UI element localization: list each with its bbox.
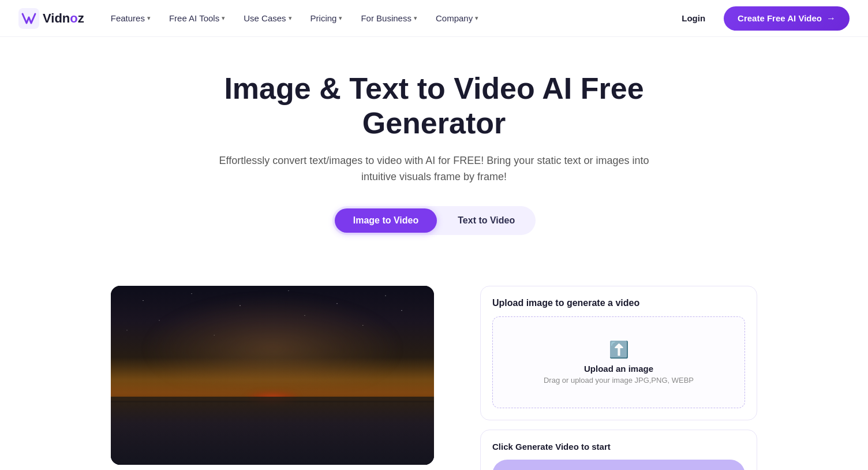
upload-dropzone[interactable]: ⬆️ Upload an image Drag or upload your i… [492, 316, 745, 408]
hero-section: Image & Text to Video AI Free Generator … [174, 37, 694, 286]
upload-main-text: Upload an image [504, 364, 733, 374]
company-chevron-icon: ▾ [475, 14, 478, 22]
right-panel: Upload image to generate a video ⬆️ Uplo… [480, 286, 757, 470]
upload-icon: ⬆️ [504, 340, 733, 359]
use-cases-chevron-icon: ▾ [289, 14, 292, 22]
nav-free-ai-tools[interactable]: Free AI Tools ▾ [161, 9, 233, 28]
generate-card-title: Click Generate Video to start [492, 442, 745, 452]
nav-pricing[interactable]: Pricing ▾ [302, 9, 351, 28]
water-reflection [111, 397, 434, 465]
preview-image [111, 286, 434, 465]
tab-image-to-video[interactable]: Image to Video [335, 208, 437, 233]
nav-use-cases[interactable]: Use Cases ▾ [235, 9, 300, 28]
upload-card: Upload image to generate a video ⬆️ Uplo… [480, 286, 757, 420]
tabs-container: Image to Video Text to Video [193, 206, 675, 235]
generate-video-button[interactable]: Generate Video [492, 460, 745, 470]
for-business-chevron-icon: ▾ [414, 14, 417, 22]
main-content: Upload image to generate a video ⬆️ Uplo… [88, 286, 780, 470]
logo-icon [18, 8, 39, 29]
nav-features[interactable]: Features ▾ [103, 9, 159, 28]
features-chevron-icon: ▾ [147, 14, 151, 22]
hero-title: Image & Text to Video AI Free Generator [193, 72, 675, 141]
nav-company[interactable]: Company ▾ [428, 9, 487, 28]
tab-text-to-video[interactable]: Text to Video [439, 208, 533, 233]
tabs: Image to Video Text to Video [332, 206, 536, 235]
generate-card: Click Generate Video to start Generate V… [480, 430, 757, 470]
login-button[interactable]: Login [672, 9, 714, 28]
sky-canvas [111, 286, 434, 465]
navbar: Vidnoz Features ▾ Free AI Tools ▾ Use Ca… [0, 0, 868, 37]
nav-for-business[interactable]: For Business ▾ [353, 9, 425, 28]
nav-links: Features ▾ Free AI Tools ▾ Use Cases ▾ P… [103, 9, 673, 28]
free-ai-tools-chevron-icon: ▾ [222, 14, 225, 22]
create-free-video-button[interactable]: Create Free AI Video → [724, 6, 850, 31]
upload-sub-text: Drag or upload your image JPG,PNG, WEBP [504, 376, 733, 385]
pricing-chevron-icon: ▾ [339, 14, 342, 22]
arrow-right-icon: → [826, 13, 836, 24]
upload-card-title: Upload image to generate a video [492, 298, 745, 308]
image-preview [111, 286, 462, 465]
logo-text: Vidnoz [43, 11, 84, 26]
logo[interactable]: Vidnoz [18, 8, 84, 29]
hero-subtitle: Effortlessly convert text/images to vide… [209, 152, 659, 186]
nav-right: Login Create Free AI Video → [672, 6, 850, 31]
